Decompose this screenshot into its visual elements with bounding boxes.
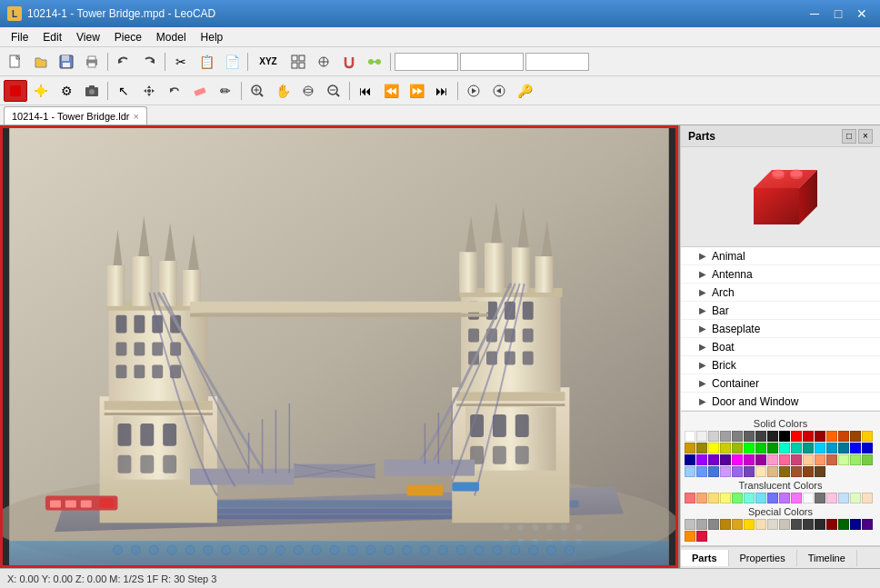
color-swatch[interactable] [779, 431, 790, 442]
color-swatch[interactable] [803, 431, 814, 442]
color-swatch[interactable] [685, 493, 695, 503]
color-swatch[interactable] [862, 454, 873, 465]
color-swatch[interactable] [803, 443, 814, 453]
color-swatch[interactable] [767, 443, 778, 453]
color-swatch[interactable] [791, 431, 802, 442]
color-swatch[interactable] [732, 454, 743, 465]
color-swatch[interactable] [696, 466, 707, 477]
rotate-btn[interactable] [163, 80, 186, 102]
color-swatch[interactable] [708, 443, 719, 453]
color-swatch[interactable] [755, 493, 766, 503]
color-swatch[interactable] [720, 454, 731, 465]
print-button[interactable] [80, 51, 104, 73]
orbit-btn[interactable] [296, 80, 320, 102]
color-swatch[interactable] [708, 466, 719, 477]
settings-btn[interactable]: ⚙ [55, 80, 78, 102]
color-swatch[interactable] [744, 493, 755, 503]
color-swatch[interactable] [862, 519, 873, 530]
snap-button[interactable] [312, 51, 335, 73]
color-swatch[interactable] [744, 443, 755, 453]
color-swatch[interactable] [791, 443, 802, 453]
main-tab[interactable]: 10214-1 - Tower Bridge.ldr × [4, 106, 147, 125]
color-swatch[interactable] [803, 454, 814, 465]
color-swatch[interactable] [862, 443, 873, 453]
color-swatch[interactable] [685, 519, 695, 530]
viewport[interactable] [0, 125, 680, 568]
parts-panel-close-button[interactable]: × [858, 129, 873, 144]
parts-panel-restore-button[interactable]: □ [842, 129, 856, 144]
last-step-btn[interactable]: ⏭ [430, 80, 454, 102]
color-swatch[interactable] [815, 493, 825, 503]
minimize-button[interactable]: ─ [804, 5, 825, 23]
color-swatch[interactable] [815, 519, 825, 530]
color-swatch[interactable] [838, 454, 849, 465]
color-swatch[interactable] [720, 519, 731, 530]
anim-prev-btn[interactable] [487, 80, 511, 102]
color-swatch[interactable] [720, 431, 731, 442]
color-swatch[interactable] [826, 519, 837, 530]
color-swatch[interactable] [685, 454, 695, 465]
color-swatch[interactable] [850, 519, 861, 530]
color-swatch[interactable] [791, 519, 802, 530]
color-swatch[interactable] [685, 466, 695, 477]
color-swatch[interactable] [779, 519, 790, 530]
list-item-boat[interactable]: ▶ Boat [681, 338, 880, 356]
color-swatch[interactable] [685, 443, 695, 453]
prev-step-btn[interactable]: ⏪ [379, 80, 403, 102]
color-swatch[interactable] [755, 519, 766, 530]
color-swatch[interactable] [708, 493, 719, 503]
menu-file[interactable]: File [4, 29, 35, 45]
list-item-brick[interactable]: ▶ Brick [681, 356, 880, 374]
list-item-antenna[interactable]: ▶ Antenna [681, 265, 880, 284]
color-swatch[interactable] [720, 443, 731, 453]
color-swatch[interactable] [732, 431, 743, 442]
color-swatch[interactable] [720, 466, 731, 477]
color-swatch[interactable] [838, 443, 849, 453]
color-swatch[interactable] [803, 466, 814, 477]
color-swatch[interactable] [779, 493, 790, 503]
mode-select-btn[interactable] [4, 80, 27, 102]
color-swatch[interactable] [732, 443, 743, 453]
color-swatch[interactable] [815, 443, 825, 453]
xyz-btn[interactable]: XYZ [252, 51, 285, 73]
color-swatch[interactable] [767, 466, 778, 477]
color-swatch[interactable] [779, 454, 790, 465]
color-swatch[interactable] [850, 493, 861, 503]
list-item-arch[interactable]: ▶ Arch [681, 284, 880, 302]
color-swatch[interactable] [779, 466, 790, 477]
tab-properties[interactable]: Properties [729, 550, 797, 566]
magnet-button[interactable] [337, 51, 361, 73]
eraser-btn[interactable] [188, 80, 212, 102]
tab-close-icon[interactable]: × [133, 111, 138, 122]
color-swatch[interactable] [791, 493, 802, 503]
color-swatch[interactable] [696, 454, 707, 465]
color-swatch[interactable] [767, 431, 778, 442]
color-swatch[interactable] [767, 493, 778, 503]
menu-piece[interactable]: Piece [107, 29, 149, 45]
light-btn[interactable] [29, 80, 53, 102]
list-item-bar[interactable]: ▶ Bar [681, 302, 880, 320]
open-button[interactable] [29, 51, 53, 73]
color-swatch[interactable] [755, 443, 766, 453]
color-swatch[interactable] [696, 443, 707, 453]
color-swatch[interactable] [708, 454, 719, 465]
color-swatch[interactable] [862, 493, 873, 503]
color-swatch[interactable] [850, 454, 861, 465]
color-swatch[interactable] [744, 519, 755, 530]
color-swatch[interactable] [708, 519, 719, 530]
pan-btn[interactable]: ✋ [271, 80, 295, 102]
color-swatch[interactable] [696, 531, 707, 542]
color-swatch[interactable] [803, 519, 814, 530]
color-swatch[interactable] [838, 493, 849, 503]
tab-parts[interactable]: Parts [681, 550, 729, 566]
color-swatch[interactable] [862, 431, 873, 442]
tab-timeline[interactable]: Timeline [797, 550, 857, 566]
color-swatch[interactable] [815, 431, 825, 442]
color-swatch[interactable] [732, 466, 743, 477]
key-btn[interactable]: 🔑 [513, 80, 536, 102]
search-input1[interactable] [395, 53, 458, 71]
color-swatch[interactable] [685, 431, 695, 442]
color-swatch[interactable] [815, 466, 825, 477]
menu-model[interactable]: Model [149, 29, 194, 45]
list-item-animal[interactable]: ▶ Animal [681, 247, 880, 265]
